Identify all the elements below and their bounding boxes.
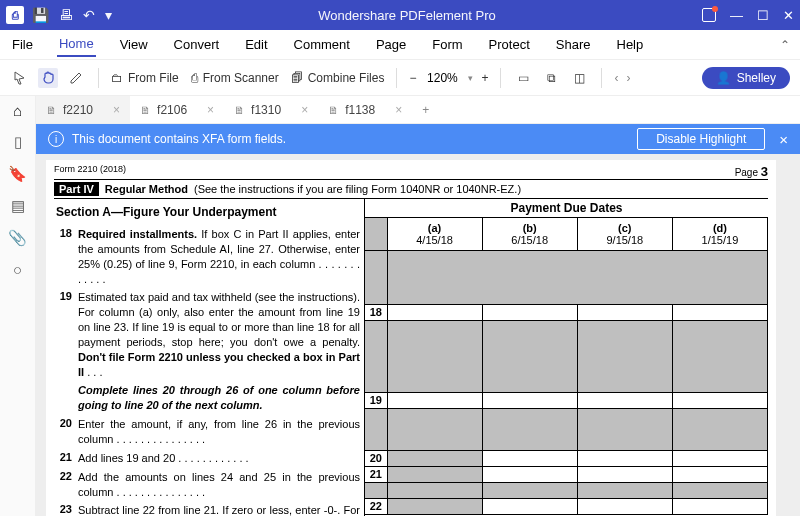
payment-due-dates-header: Payment Due Dates: [365, 199, 768, 218]
next-page-icon[interactable]: ›: [626, 71, 630, 85]
menu-page[interactable]: Page: [374, 33, 408, 56]
cell-18c[interactable]: [577, 304, 672, 320]
layers-icon[interactable]: ▤: [11, 197, 25, 215]
tab-f2106[interactable]: 🗎f2106×: [130, 96, 224, 123]
user-icon: 👤: [716, 71, 731, 85]
form-grid: (a)4/15/18 (b)6/15/18 (c)9/15/18 (d)1/15…: [365, 218, 768, 515]
close-tab-icon[interactable]: ×: [113, 103, 120, 117]
combine-icon: 🗐: [291, 71, 303, 85]
document-tabs: 🗎f2210× 🗎f2106× 🗎f1310× 🗎f1138× +: [36, 96, 800, 124]
cell-22d[interactable]: [672, 498, 767, 514]
banner-text: This document contains XFA form fields.: [72, 132, 286, 146]
from-file-button[interactable]: 🗀 From File: [111, 71, 179, 85]
close-tab-icon[interactable]: ×: [301, 103, 308, 117]
cell-21a: [387, 466, 482, 482]
menu-form[interactable]: Form: [430, 33, 464, 56]
zoom-out-button[interactable]: −: [409, 71, 416, 85]
cell-19b[interactable]: [482, 392, 577, 408]
cell-19a[interactable]: [387, 392, 482, 408]
cell-19d[interactable]: [672, 392, 767, 408]
left-sidebar: ⌂ ▯ 🔖 ▤ 📎 ○: [0, 96, 36, 516]
cell-18a[interactable]: [387, 304, 482, 320]
pdf-page: Form 2210 (2018)Page 3 Part IV Regular M…: [46, 160, 776, 516]
app-title: Wondershare PDFelement Pro: [112, 8, 702, 23]
menu-file[interactable]: File: [10, 33, 35, 56]
zoom-in-button[interactable]: +: [481, 71, 488, 85]
menu-comment[interactable]: Comment: [292, 33, 352, 56]
part-badge: Part IV: [54, 182, 99, 196]
menu-share[interactable]: Share: [554, 33, 593, 56]
menu-protect[interactable]: Protect: [487, 33, 532, 56]
menu-edit[interactable]: Edit: [243, 33, 269, 56]
print-icon[interactable]: 🖶: [59, 7, 73, 23]
undo-icon[interactable]: ↶: [83, 7, 95, 23]
cell-22a: [387, 498, 482, 514]
document-viewport[interactable]: Form 2210 (2018)Page 3 Part IV Regular M…: [36, 154, 800, 516]
file-icon: 🗎: [234, 104, 245, 116]
fit-height-icon[interactable]: ◫: [569, 68, 589, 88]
file-icon: 🗎: [328, 104, 339, 116]
notification-icon[interactable]: [702, 8, 716, 22]
cell-21d[interactable]: [672, 466, 767, 482]
cell-21b[interactable]: [482, 466, 577, 482]
redo-icon[interactable]: ▾: [105, 7, 112, 23]
cell-18b[interactable]: [482, 304, 577, 320]
comments-icon[interactable]: ○: [13, 261, 22, 278]
cell-19c[interactable]: [577, 392, 672, 408]
user-button[interactable]: 👤 Shelley: [702, 67, 790, 89]
info-icon: i: [48, 131, 64, 147]
save-icon[interactable]: 💾: [32, 7, 49, 23]
zoom-input[interactable]: [424, 71, 460, 85]
cell-20c[interactable]: [577, 450, 672, 466]
home-icon[interactable]: ⌂: [13, 102, 22, 119]
section-a-title: Section A—Figure Your Underpayment: [54, 199, 364, 225]
disable-highlight-button[interactable]: Disable Highlight: [637, 128, 765, 150]
close-tab-icon[interactable]: ×: [395, 103, 402, 117]
close-tab-icon[interactable]: ×: [207, 103, 214, 117]
select-tool-icon[interactable]: [10, 68, 30, 88]
tab-f1310[interactable]: 🗎f1310×: [224, 96, 318, 123]
cell-22b[interactable]: [482, 498, 577, 514]
thumbnails-icon[interactable]: ▯: [14, 133, 22, 151]
quick-access-toolbar: 💾 🖶 ↶ ▾: [32, 7, 112, 23]
minimize-button[interactable]: —: [730, 8, 743, 23]
add-tab-button[interactable]: +: [412, 103, 439, 117]
titlebar: ⎙ 💾 🖶 ↶ ▾ Wondershare PDFelement Pro — ☐…: [0, 0, 800, 30]
bookmarks-icon[interactable]: 🔖: [8, 165, 27, 183]
prev-page-icon[interactable]: ‹: [614, 71, 618, 85]
cell-20a: [387, 450, 482, 466]
cell-21c[interactable]: [577, 466, 672, 482]
app-logo: ⎙: [6, 6, 24, 24]
tab-f2210[interactable]: 🗎f2210×: [36, 96, 130, 123]
hand-tool-icon[interactable]: [38, 68, 58, 88]
from-scanner-button[interactable]: ⎙ From Scanner: [191, 71, 279, 85]
toolbar: 🗀 From File ⎙ From Scanner 🗐 Combine Fil…: [0, 60, 800, 96]
tab-f1138[interactable]: 🗎f1138×: [318, 96, 412, 123]
edit-tool-icon[interactable]: [66, 68, 86, 88]
menu-help[interactable]: Help: [615, 33, 646, 56]
attachments-icon[interactable]: 📎: [8, 229, 27, 247]
menu-home[interactable]: Home: [57, 32, 96, 57]
file-icon: 🗎: [46, 104, 57, 116]
maximize-button[interactable]: ☐: [757, 8, 769, 23]
fit-width-icon[interactable]: ⧉: [541, 68, 561, 88]
xfa-banner: i This document contains XFA form fields…: [36, 124, 800, 154]
cell-22c[interactable]: [577, 498, 672, 514]
cell-20d[interactable]: [672, 450, 767, 466]
combine-files-button[interactable]: 🗐 Combine Files: [291, 71, 385, 85]
menubar: File Home View Convert Edit Comment Page…: [0, 30, 800, 60]
close-button[interactable]: ✕: [783, 8, 794, 23]
fit-page-icon[interactable]: ▭: [513, 68, 533, 88]
cell-20b[interactable]: [482, 450, 577, 466]
collapse-ribbon-icon[interactable]: ⌃: [780, 38, 790, 52]
zoom-dropdown-icon[interactable]: ▾: [468, 73, 473, 83]
cell-18d[interactable]: [672, 304, 767, 320]
folder-icon: 🗀: [111, 71, 123, 85]
file-icon: 🗎: [140, 104, 151, 116]
menu-view[interactable]: View: [118, 33, 150, 56]
menu-convert[interactable]: Convert: [172, 33, 222, 56]
scanner-icon: ⎙: [191, 71, 198, 85]
close-banner-icon[interactable]: ×: [779, 131, 788, 148]
